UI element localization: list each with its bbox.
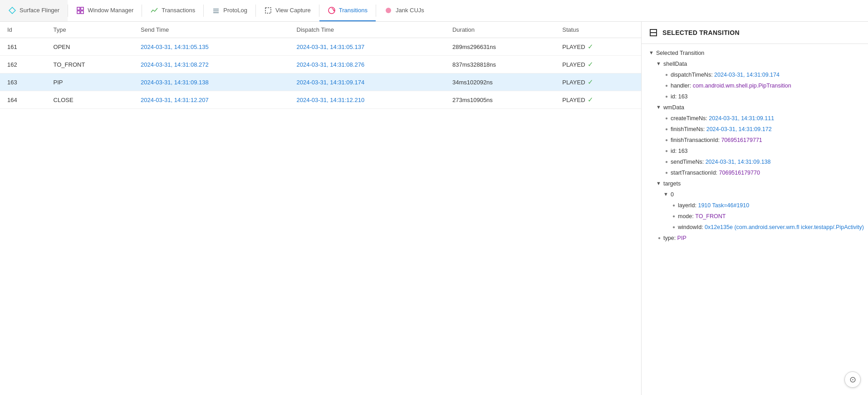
tree-start-txn-key: startTransactionId: xyxy=(671,168,719,177)
tree-layer-value: 1910 Task=46#1910 xyxy=(698,201,749,210)
tab-surface-flinger-label: Surface Flinger xyxy=(20,7,59,14)
tree-shell-id-value: 163 xyxy=(678,92,688,101)
tree-handler-value: com.android.wm.shell.pip.PipTransition xyxy=(693,81,791,90)
col-dispatch-time: Dispatch Time xyxy=(289,22,445,38)
cell-status: PLAYED ✓ xyxy=(555,56,641,73)
cell-status: PLAYED ✓ xyxy=(555,73,641,91)
col-duration: Duration xyxy=(445,22,555,38)
tab-transactions-label: Transactions xyxy=(162,7,195,14)
col-id: Id xyxy=(0,22,46,38)
svg-rect-1 xyxy=(77,7,80,10)
check-icon: ✓ xyxy=(588,43,593,51)
tree-root: ▼ Selected Transition xyxy=(642,48,868,59)
tree-targets-0-row: ▼ 0 xyxy=(642,189,868,200)
tree-wm-data-row: ▼ wmData xyxy=(642,102,868,113)
tab-transitions[interactable]: Transitions xyxy=(319,0,376,21)
tree-window-value: 0x12e135e (com.android.server.wm.fl icke… xyxy=(705,223,864,232)
cell-send-time: 2024-03-31, 14:31:09.138 xyxy=(133,73,289,91)
cell-duration: 34ms102092ns xyxy=(445,73,555,91)
table-row[interactable]: 164CLOSE2024-03-31, 14:31:12.2072024-03-… xyxy=(0,91,641,109)
svg-marker-0 xyxy=(9,7,15,14)
tree-send-time-ns: ● sendTimeNs: 2024-03-31, 14:31:09.138 xyxy=(642,156,868,167)
tree-handler: ● handler: com.android.wm.shell.pip.PipT… xyxy=(642,80,868,91)
tree-wm-id-key: id: xyxy=(671,146,678,156)
col-status: Status xyxy=(555,22,641,38)
circle-arrow-icon xyxy=(328,6,336,15)
tree-type-row: ● type: PIP xyxy=(642,233,868,244)
tree-finish-txn-key: finishTransactionId: xyxy=(671,136,721,145)
tree-handler-key: handler: xyxy=(671,81,693,90)
transitions-table: Id Type Send Time Dispatch Time Duration… xyxy=(0,22,641,109)
right-panel: SELECTED TRANSITION ▼ Selected Transitio… xyxy=(641,22,868,395)
circle-pink-icon xyxy=(384,6,392,15)
col-send-time: Send Time xyxy=(133,22,289,38)
tree-wm-data-label: wmData xyxy=(663,103,684,112)
cell-type: TO_FRONT xyxy=(46,56,134,73)
bottom-right-button[interactable]: ⊙ xyxy=(844,371,861,388)
chart-line-icon xyxy=(150,6,158,15)
tree-type-value: PIP xyxy=(677,234,687,243)
tree-finish-time-ns: ● finishTimeNs: 2024-03-31, 14:31:09.172 xyxy=(642,124,868,135)
table-row[interactable]: 161OPEN2024-03-31, 14:31:05.1352024-03-3… xyxy=(0,38,641,56)
cell-send-time: 2024-03-31, 14:31:05.135 xyxy=(133,38,289,56)
tree-root-label: Selected Transition xyxy=(656,49,704,58)
table-row[interactable]: 163PIP2024-03-31, 14:31:09.1382024-03-31… xyxy=(0,73,641,91)
grid-icon xyxy=(76,6,84,15)
cell-send-time: 2024-03-31, 14:31:12.207 xyxy=(133,91,289,109)
tree-finish-value: 2024-03-31, 14:31:09.172 xyxy=(706,125,772,134)
tree-create-value: 2024-03-31, 14:31:09.111 xyxy=(709,114,774,123)
cell-id: 161 xyxy=(0,38,46,56)
tree-targets-0-label: 0 xyxy=(671,190,674,199)
cell-dispatch-time: 2024-03-31, 14:31:12.210 xyxy=(289,91,445,109)
tree-create-key: createTimeNs: xyxy=(671,114,709,123)
tree-send-key: sendTimeNs: xyxy=(671,157,706,166)
col-type: Type xyxy=(46,22,134,38)
tab-transitions-label: Transitions xyxy=(339,7,368,14)
tree-view: ▼ Selected Transition ▼ shellData ● disp… xyxy=(642,44,868,247)
cell-dispatch-time: 2024-03-31, 14:31:05.137 xyxy=(289,38,445,56)
tab-transactions[interactable]: Transactions xyxy=(142,0,203,21)
panel-icon xyxy=(649,28,658,37)
tree-mode-value: TO_FRONT xyxy=(695,212,726,221)
tree-start-txn-id: ● startTransactionId: 7069516179770 xyxy=(642,167,868,178)
tab-proto-log-label: ProtoLog xyxy=(223,7,247,14)
check-icon: ✓ xyxy=(588,78,593,86)
tree-dispatch-value: 2024-03-31, 14:31:09.174 xyxy=(714,70,780,79)
tab-view-capture-label: View Capture xyxy=(275,7,311,14)
tree-wm-id: ● id: 163 xyxy=(642,146,868,156)
cell-id: 162 xyxy=(0,56,46,73)
tab-view-capture[interactable]: View Capture xyxy=(256,0,319,21)
svg-point-11 xyxy=(386,8,391,13)
tab-bar: Surface Flinger Window Manager Transacti… xyxy=(0,0,868,22)
tab-surface-flinger[interactable]: Surface Flinger xyxy=(0,0,68,21)
svg-rect-4 xyxy=(81,11,83,14)
cell-type: CLOSE xyxy=(46,91,134,109)
tree-type-key: type: xyxy=(663,234,677,243)
panel-title: SELECTED TRANSITION xyxy=(662,29,740,36)
cell-status: PLAYED ✓ xyxy=(555,38,641,56)
tab-jank-cujs-label: Jank CUJs xyxy=(396,7,424,14)
tree-window-id: ● windowId: 0x12e135e (com.android.serve… xyxy=(642,222,868,233)
table-row[interactable]: 162TO_FRONT2024-03-31, 14:31:08.2722024-… xyxy=(0,56,641,73)
cell-duration: 289ms296631ns xyxy=(445,38,555,56)
cell-send-time: 2024-03-31, 14:31:08.272 xyxy=(133,56,289,73)
tree-targets-row: ▼ targets xyxy=(642,178,868,189)
tab-jank-cujs[interactable]: Jank CUJs xyxy=(376,0,432,21)
tree-shell-data-row: ▼ shellData xyxy=(642,59,868,69)
svg-rect-2 xyxy=(81,7,83,10)
table-area: Id Type Send Time Dispatch Time Duration… xyxy=(0,22,641,395)
tree-mode-key: mode: xyxy=(678,212,695,221)
tree-shell-id-key: id: xyxy=(671,92,678,101)
tab-window-manager[interactable]: Window Manager xyxy=(68,0,142,21)
lines-icon xyxy=(212,6,220,15)
cell-status: PLAYED ✓ xyxy=(555,91,641,109)
cell-id: 164 xyxy=(0,91,46,109)
tab-window-manager-label: Window Manager xyxy=(88,7,133,14)
svg-rect-8 xyxy=(265,8,271,13)
tree-finish-txn-value: 7069516179771 xyxy=(721,136,762,145)
tree-wm-id-value: 163 xyxy=(678,146,688,156)
tab-proto-log[interactable]: ProtoLog xyxy=(204,0,255,21)
tree-window-key: windowId: xyxy=(678,223,705,232)
tree-layer-id: ● layerId: 1910 Task=46#1910 xyxy=(642,200,868,211)
cell-type: OPEN xyxy=(46,38,134,56)
